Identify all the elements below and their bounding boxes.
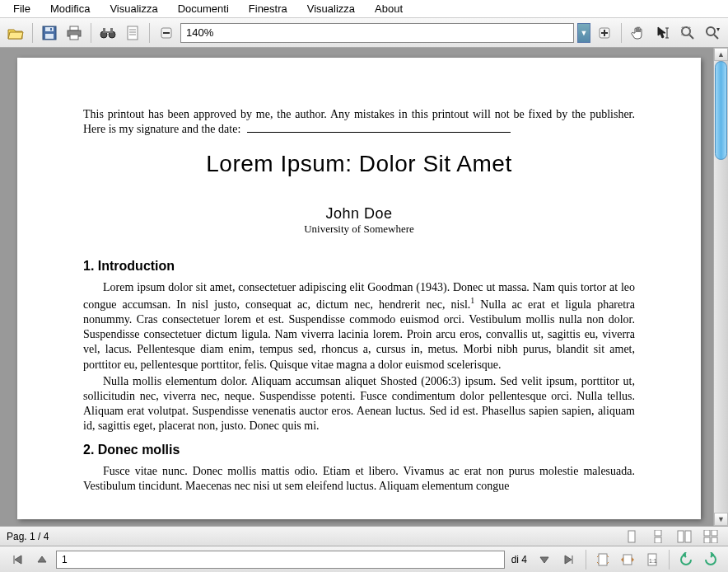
svg-rect-30 xyxy=(628,531,635,542)
scroll-track[interactable] xyxy=(714,61,728,513)
svg-rect-32 xyxy=(655,537,661,543)
facing-continuous-view-button[interactable] xyxy=(700,526,721,547)
prev-page-button[interactable] xyxy=(31,549,53,570)
hand-icon xyxy=(631,26,646,40)
facing-view-button[interactable] xyxy=(674,526,695,547)
menu-file[interactable]: File xyxy=(3,1,40,16)
svg-rect-35 xyxy=(704,530,710,536)
svg-rect-10 xyxy=(110,28,113,33)
zoom-out-button[interactable] xyxy=(156,22,177,44)
last-page-button[interactable] xyxy=(558,549,580,570)
minus-icon xyxy=(161,27,172,39)
svg-rect-34 xyxy=(685,531,691,542)
svg-rect-3 xyxy=(50,28,52,30)
scroll-down-button[interactable]: ▼ xyxy=(714,513,728,526)
document-title: Lorem Ipsum: Dolor Sit Amet xyxy=(83,151,635,177)
toolbar-separator xyxy=(149,23,150,43)
properties-button[interactable] xyxy=(122,22,143,44)
actual-size-button[interactable]: 1:1 xyxy=(642,549,663,570)
save-button[interactable] xyxy=(39,22,60,44)
svg-rect-38 xyxy=(712,537,717,543)
folder-open-icon xyxy=(7,26,24,40)
svg-text:▾: ▾ xyxy=(716,26,720,33)
pan-tool-button[interactable] xyxy=(628,22,649,44)
svg-rect-40 xyxy=(623,555,632,565)
binoculars-icon xyxy=(100,26,116,40)
document-info-icon xyxy=(126,26,139,40)
svg-rect-9 xyxy=(103,28,105,33)
text-cursor-icon xyxy=(656,26,670,40)
floppy-icon xyxy=(42,26,57,40)
menu-about[interactable]: About xyxy=(365,1,413,16)
toolbar-separator xyxy=(91,23,91,43)
facing-continuous-icon xyxy=(703,530,718,543)
document-viewer: This printout has been approved by me, t… xyxy=(0,48,728,526)
single-page-view-button[interactable] xyxy=(621,526,642,547)
page-number-input[interactable] xyxy=(56,551,505,569)
open-button[interactable] xyxy=(5,22,26,44)
menu-visualizza[interactable]: Visualizza xyxy=(100,1,167,16)
arrow-up-icon xyxy=(36,554,48,565)
menu-modifica[interactable]: Modifica xyxy=(40,1,100,16)
continuous-view-button[interactable] xyxy=(647,526,669,547)
zoom-marquee-icon xyxy=(680,26,695,40)
menu-finestra[interactable]: Finestra xyxy=(239,1,297,16)
vertical-scrollbar[interactable]: ▲ ▼ xyxy=(713,48,728,526)
document-author: John Doe xyxy=(83,205,635,223)
rotate-ccw-icon xyxy=(679,552,693,567)
find-button[interactable] xyxy=(97,22,119,44)
rotate-cw-icon xyxy=(703,552,718,567)
next-page-button[interactable] xyxy=(534,549,555,570)
svg-rect-2 xyxy=(45,34,54,39)
svg-rect-36 xyxy=(712,530,717,536)
footer-navbar: di 4 1:1 xyxy=(0,546,728,572)
section-1-para-1: Lorem ipsum dolor sit amet, consectetuer… xyxy=(83,280,635,373)
fit-width-button[interactable] xyxy=(617,549,638,570)
menu-documenti[interactable]: Documenti xyxy=(168,1,239,16)
svg-rect-39 xyxy=(599,554,607,565)
rotate-cw-button[interactable] xyxy=(700,549,721,570)
scroll-thumb[interactable] xyxy=(715,61,727,160)
zoom-in-button[interactable] xyxy=(594,22,615,44)
rotate-ccw-button[interactable] xyxy=(675,549,697,570)
toolbar-separator xyxy=(32,23,33,43)
arrow-down-icon xyxy=(539,554,550,565)
first-page-button[interactable] xyxy=(7,549,28,570)
toolbar-separator xyxy=(621,23,622,43)
status-bar: Pag. 1 / 4 xyxy=(0,526,728,546)
svg-rect-11 xyxy=(105,31,110,33)
text-select-tool-button[interactable] xyxy=(652,22,674,44)
plus-icon xyxy=(599,27,610,39)
print-button[interactable] xyxy=(63,22,85,44)
svg-rect-33 xyxy=(678,531,684,542)
zoom-combo: ▼ xyxy=(180,23,590,43)
toolbar-separator xyxy=(669,550,670,570)
fit-page-button[interactable] xyxy=(592,549,614,570)
zoom-dropdown-button[interactable]: ▼ xyxy=(577,23,590,43)
svg-rect-1 xyxy=(45,27,54,31)
zoom-dynamic-icon: ▾ xyxy=(705,26,720,40)
page-1: This printout has been approved by me, t… xyxy=(17,58,701,519)
svg-line-28 xyxy=(714,35,718,39)
scroll-up-button[interactable]: ▲ xyxy=(714,48,728,61)
approval-note: This printout has been approved by me, t… xyxy=(83,107,635,136)
dynamic-zoom-button[interactable]: ▾ xyxy=(702,22,723,44)
marquee-zoom-button[interactable] xyxy=(677,22,698,44)
main-toolbar: ▼ ▾ xyxy=(0,18,728,48)
section-1-para-2: Nulla mollis elementum dolor. Aliquam ac… xyxy=(83,374,635,434)
page-indicator-label: Pag. 1 / 4 xyxy=(7,531,49,542)
zoom-input[interactable] xyxy=(180,23,574,43)
svg-rect-37 xyxy=(704,537,710,543)
single-page-icon xyxy=(626,530,637,543)
menu-visualizza-2[interactable]: Visualizza xyxy=(297,1,365,16)
svg-rect-6 xyxy=(70,35,78,40)
page-scroll-area[interactable]: This printout has been approved by me, t… xyxy=(0,48,713,526)
menubar: File Modifica Visualizza Documenti Fines… xyxy=(0,0,728,18)
facing-icon xyxy=(677,530,692,543)
last-page-icon xyxy=(563,554,575,565)
printer-icon xyxy=(66,26,82,40)
fit-page-icon xyxy=(596,552,609,567)
svg-point-24 xyxy=(682,27,690,35)
view-mode-buttons xyxy=(621,526,721,547)
section-2-heading: 2. Donec mollis xyxy=(83,443,635,457)
